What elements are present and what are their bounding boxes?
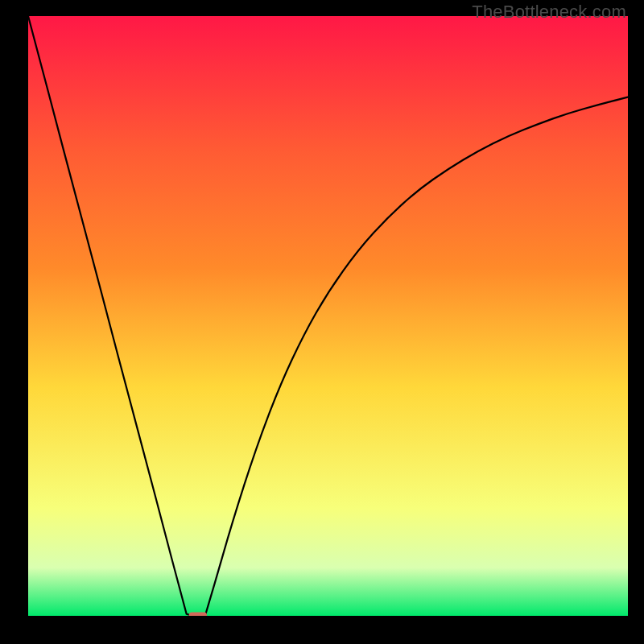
chart-frame: TheBottleneck.com bbox=[0, 0, 644, 644]
watermark-text: TheBottleneck.com bbox=[472, 2, 626, 23]
min-marker bbox=[189, 613, 207, 616]
chart-svg bbox=[28, 16, 628, 616]
plot-area bbox=[28, 16, 628, 616]
gradient-background bbox=[28, 16, 628, 616]
